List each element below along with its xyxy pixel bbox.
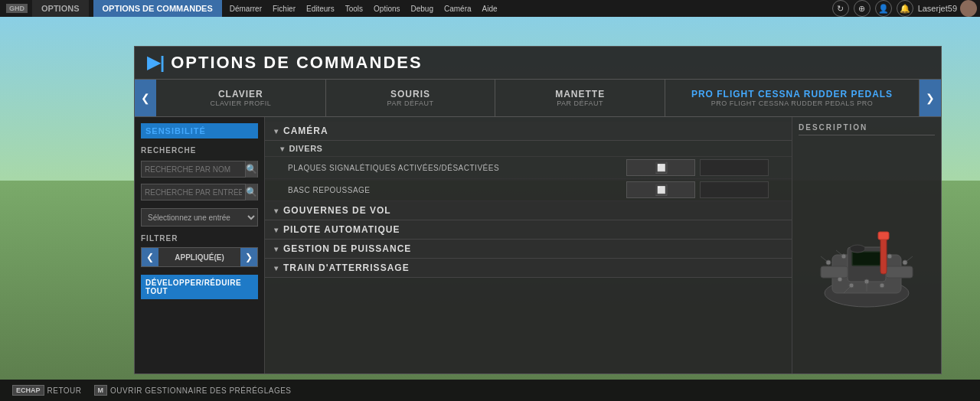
filter-label: FILTRER <box>141 234 258 243</box>
svg-point-9 <box>850 245 865 253</box>
bottom-key-m: M OUVRIR GESTIONNAIRE DES PRÉRÉGLAGES <box>94 385 292 396</box>
menu-aide[interactable]: Aide <box>479 5 501 13</box>
search-by-entry-wrapper: 🔍 <box>141 184 258 200</box>
description-image <box>799 142 935 367</box>
filter-prev-button[interactable]: ❮ <box>142 248 158 266</box>
nav-tab-clavier[interactable]: CLAVIER CLAVIER PROFIL <box>156 80 326 116</box>
svg-point-12 <box>887 254 892 259</box>
sidebar-sensibilite[interactable]: SENSIBILITÉ <box>141 123 258 139</box>
echap-badge: ECHAP <box>12 385 44 396</box>
command-basc-label: BASC REPOUSSAGE <box>288 186 626 194</box>
divers-label: DIVERS <box>289 144 323 153</box>
menu-fichier[interactable]: Fichier <box>270 5 299 13</box>
nav-arrow-right[interactable]: ❯ <box>920 80 941 116</box>
command-plaques-key1[interactable]: 🔲 <box>626 159 695 176</box>
filter-nav: ❮ APPLIQUÉ(E) ❯ <box>141 247 258 267</box>
menu-debug[interactable]: Debug <box>408 5 436 13</box>
user-area[interactable]: Laserjet59 <box>918 0 977 17</box>
puissance-arrow-icon: ▾ <box>274 245 279 253</box>
sidebar: SENSIBILITÉ RECHERCHE 🔍 🔍 Sélectionnez u… <box>135 117 265 373</box>
menu-options[interactable]: Options <box>371 5 403 13</box>
nav-arrow-left[interactable]: ❮ <box>135 80 156 116</box>
svg-point-17 <box>838 277 842 282</box>
develop-reduce-button[interactable]: DÉVELOPPER/RÉDUIRE TOUT <box>141 275 258 299</box>
menu-editeurs[interactable]: Editeurs <box>303 5 338 13</box>
subsection-divers[interactable]: ▾ DIVERS <box>265 141 792 157</box>
main-content: ▾ CAMÉRA ▾ DIVERS PLAQUES SIGNALÉTIQUES … <box>265 117 792 373</box>
menu-demarrer[interactable]: Démarrer <box>227 5 265 13</box>
device-illustration <box>805 194 928 316</box>
section-train[interactable]: ▾ TRAIN D'ATTERRISSAGE <box>265 259 792 278</box>
train-label: TRAIN D'ATTERRISSAGE <box>283 262 410 273</box>
avatar <box>960 0 977 17</box>
modal-title-icon: ▶| <box>147 53 165 73</box>
svg-rect-8 <box>878 232 889 240</box>
bottom-bar: ECHAP RETOUR M OUVRIR GESTIONNAIRE DES P… <box>0 380 980 401</box>
modal-header: ▶| OPTIONS DE COMMANDES <box>135 47 941 80</box>
section-pilote[interactable]: ▾ PILOTE AUTOMATIQUE <box>265 220 792 240</box>
bottom-key-echap: ECHAP RETOUR <box>12 385 82 396</box>
bell-icon[interactable]: 🔔 <box>897 0 913 17</box>
main-modal: ▶| OPTIONS DE COMMANDES ❮ CLAVIER CLAVIE… <box>134 46 942 374</box>
gouvernes-arrow-icon: ▾ <box>274 207 279 215</box>
section-puissance[interactable]: ▾ GESTION DE PUISSANCE <box>265 240 792 259</box>
svg-rect-6 <box>853 253 880 265</box>
command-basc-key1[interactable]: 🔲 <box>626 181 695 198</box>
top-icons: ↻ ⊕ 👤 🔔 Laserjet59 <box>832 0 977 17</box>
key-n-icon: 🔲 <box>655 161 668 174</box>
svg-rect-3 <box>886 266 913 278</box>
top-menu-bar: GHD OPTIONS OPTIONS DE COMMANDES Démarre… <box>0 0 980 17</box>
achievement-icon[interactable]: ⊕ <box>854 0 871 17</box>
train-arrow-icon: ▾ <box>274 264 279 272</box>
person-icon[interactable]: 👤 <box>875 0 892 17</box>
gestionnaire-label: OUVRIR GESTIONNAIRE DES PRÉRÉGLAGES <box>110 386 291 395</box>
svg-rect-7 <box>880 236 887 274</box>
svg-line-18 <box>821 256 828 262</box>
tab-commandes[interactable]: OPTIONS DE COMMANDES <box>93 0 222 17</box>
nav-tabs: ❮ CLAVIER CLAVIER PROFIL SOURIS PAR DÉFA… <box>135 80 941 117</box>
command-plaques-key2[interactable] <box>700 159 769 176</box>
command-plaques-label: PLAQUES SIGNALÉTIQUES ACTIVÉES/DÉSACTIVÉ… <box>288 164 626 172</box>
gouvernes-label: GOUVERNES DE VOL <box>283 205 391 216</box>
command-row-basc: BASC REPOUSSAGE 🔲 <box>265 179 792 201</box>
search-by-name-button[interactable]: 🔍 <box>245 161 257 178</box>
svg-rect-2 <box>821 266 848 278</box>
filter-value: APPLIQUÉ(E) <box>158 253 240 262</box>
puissance-label: GESTION DE PUISSANCE <box>283 243 411 254</box>
camera-label: CAMÉRA <box>283 126 328 136</box>
description-title: DESCRIPTION <box>799 123 935 135</box>
nav-tab-manette[interactable]: MANETTE PAR DÉFAUT <box>495 80 665 116</box>
section-camera[interactable]: ▾ CAMÉRA <box>265 122 792 141</box>
modal-body: SENSIBILITÉ RECHERCHE 🔍 🔍 Sélectionnez u… <box>135 117 941 373</box>
svg-point-16 <box>880 283 884 288</box>
command-row-plaques: PLAQUES SIGNALÉTIQUES ACTIVÉES/DÉSACTIVÉ… <box>265 157 792 179</box>
nav-tab-souris[interactable]: SOURIS PAR DÉFAUT <box>326 80 496 116</box>
tab-options[interactable]: OPTIONS <box>32 0 89 17</box>
modal-title: OPTIONS DE COMMANDES <box>171 53 422 73</box>
refresh-icon[interactable]: ↻ <box>832 0 849 17</box>
pilote-arrow-icon: ▾ <box>274 226 279 234</box>
description-panel: DESCRIPTION <box>792 117 941 373</box>
command-basc-key2[interactable] <box>700 181 769 198</box>
menu-tools[interactable]: Tools <box>342 5 366 13</box>
recherche-label: RECHERCHE <box>141 146 258 155</box>
section-gouvernes[interactable]: ▾ GOUVERNES DE VOL <box>265 201 792 220</box>
search-by-name-wrapper: 🔍 <box>141 161 258 178</box>
key-n-icon-2: 🔲 <box>655 184 668 196</box>
search-by-name-input[interactable] <box>142 165 245 174</box>
entry-select[interactable]: Sélectionnez une entrée <box>141 208 258 227</box>
pilote-label: PILOTE AUTOMATIQUE <box>283 224 400 235</box>
nav-tab-pro-flight[interactable]: PRO FLIGHT CESSNA RUDDER PEDALS PRO FLIG… <box>665 80 920 116</box>
search-by-entry-input[interactable] <box>142 188 245 197</box>
menu-camera[interactable]: Caméra <box>441 5 475 13</box>
username: Laserjet59 <box>918 4 957 13</box>
camera-arrow-icon: ▾ <box>274 127 279 135</box>
ghd-badge[interactable]: GHD <box>6 4 28 13</box>
divers-arrow-icon: ▾ <box>280 145 285 153</box>
menu-left: GHD OPTIONS OPTIONS DE COMMANDES Démarre… <box>3 0 826 17</box>
filter-next-button[interactable]: ❯ <box>240 248 257 266</box>
retour-label: RETOUR <box>47 386 82 395</box>
svg-line-20 <box>905 256 913 262</box>
m-badge: M <box>94 385 108 396</box>
search-by-entry-button[interactable]: 🔍 <box>245 184 257 200</box>
